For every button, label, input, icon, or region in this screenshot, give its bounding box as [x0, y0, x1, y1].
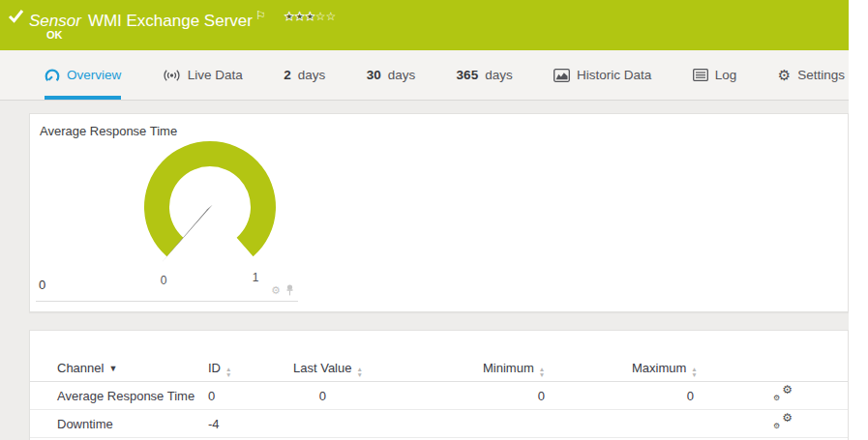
sensor-header: SensorWMI Exchange Server⚐ ★★★☆☆ OK	[0, 0, 849, 50]
status-badge: OK	[46, 29, 63, 41]
column-label: Maximum	[632, 361, 686, 375]
column-header-channel[interactable]: Channel▼	[57, 361, 117, 375]
table-row: Downtime -4 ⚙⚙	[30, 410, 848, 438]
star-empty-icon[interactable]: ☆	[315, 10, 326, 23]
sensor-tab-bar: Overview Live Data 2 days 30 days 365 da…	[0, 50, 849, 101]
tab-label: Historic Data	[577, 68, 651, 82]
live-signal-icon	[163, 69, 181, 82]
status-ok-check-icon	[8, 9, 24, 27]
tab-label: Overview	[67, 68, 121, 82]
sort-both-icon: ▲▼	[356, 367, 362, 377]
gauge-current-value: 0	[39, 278, 45, 292]
tab-overview[interactable]: Overview	[45, 50, 121, 100]
sensor-kind-label: Sensor	[29, 12, 81, 30]
gauge-toolbar: ⚙	[271, 284, 294, 296]
tab-label: days	[298, 68, 326, 82]
tab-label: days	[485, 68, 513, 82]
tab-label: Settings	[797, 68, 845, 82]
column-header-id[interactable]: ID▲▼	[208, 361, 231, 377]
table-header-row: Channel▼ ID▲▼ Last Value▲▼ Minimum▲▼ Max…	[30, 331, 848, 382]
star-filled-icon[interactable]: ★	[305, 10, 315, 23]
tab-number: 30	[367, 68, 381, 82]
pin-icon[interactable]	[285, 284, 294, 296]
prtg-sensor-page: SensorWMI Exchange Server⚐ ★★★☆☆ OK Over…	[0, 0, 849, 440]
column-label: ID	[208, 361, 221, 375]
sort-both-icon: ▲▼	[691, 367, 697, 377]
tab-label: Log	[715, 68, 737, 82]
channel-settings-icon[interactable]: ⚙⚙	[773, 386, 793, 403]
channel-minimum: 0	[483, 389, 545, 403]
gauge-divider	[36, 301, 298, 302]
channel-name[interactable]: Average Response Time	[57, 389, 195, 403]
overview-content: Average Response Time 0 1 0 ⚙ Chann	[0, 101, 849, 440]
channel-id: 0	[208, 389, 215, 403]
tab-number: 365	[457, 68, 479, 82]
sort-both-icon: ▲▼	[225, 367, 231, 377]
tab-2-days[interactable]: 2 days	[284, 50, 325, 100]
channel-name[interactable]: Downtime	[57, 417, 113, 431]
channel-settings-icon[interactable]: ⚙⚙	[773, 414, 793, 431]
flag-icon[interactable]: ⚐	[255, 9, 266, 22]
tab-live-data[interactable]: Live Data	[163, 50, 243, 100]
gear-icon[interactable]: ⚙	[271, 285, 281, 296]
column-label: Channel	[57, 361, 104, 375]
column-header-last-value[interactable]: Last Value▲▼	[293, 361, 363, 377]
tab-label: days	[388, 68, 416, 82]
column-header-maximum[interactable]: Maximum▲▼	[632, 361, 698, 377]
log-list-icon	[693, 69, 708, 81]
table-row: Average Response Time 0 0 0 0 ⚙⚙	[30, 382, 848, 410]
tab-settings[interactable]: ⚙ Settings	[778, 50, 845, 100]
star-filled-icon[interactable]: ★	[284, 10, 294, 23]
tab-label: Live Data	[188, 68, 243, 82]
gauge-max-label: 1	[253, 271, 259, 284]
channel-last-value: 0	[293, 389, 326, 403]
star-filled-icon[interactable]: ★	[294, 10, 305, 23]
column-label: Minimum	[483, 361, 534, 375]
tab-30-days[interactable]: 30 days	[367, 50, 416, 100]
tab-log[interactable]: Log	[693, 50, 737, 100]
gauge-icon	[45, 68, 60, 83]
gauge-panel: Average Response Time 0 1 0 ⚙	[29, 113, 849, 312]
column-label: Last Value	[293, 361, 351, 375]
area-chart-icon	[554, 69, 570, 82]
priority-rating[interactable]: ★★★☆☆	[284, 6, 336, 24]
gauge-arc	[144, 141, 276, 256]
sort-desc-icon: ▼	[108, 364, 117, 373]
response-time-gauge: 0 1	[35, 139, 297, 292]
channel-id: -4	[208, 417, 220, 431]
tab-historic-data[interactable]: Historic Data	[554, 50, 651, 100]
gauge-title: Average Response Time	[40, 124, 177, 138]
column-header-minimum[interactable]: Minimum▲▼	[483, 361, 545, 377]
page-title: WMI Exchange Server	[88, 12, 253, 30]
channel-table-panel: Channel▼ ID▲▼ Last Value▲▼ Minimum▲▼ Max…	[29, 330, 849, 440]
gauge-min-label: 0	[161, 274, 167, 287]
gear-icon: ⚙	[778, 67, 791, 84]
tab-number: 2	[284, 68, 291, 82]
star-empty-icon[interactable]: ☆	[326, 10, 337, 23]
sort-both-icon: ▲▼	[539, 367, 545, 377]
tab-365-days[interactable]: 365 days	[457, 50, 513, 100]
channel-maximum: 0	[632, 389, 694, 403]
